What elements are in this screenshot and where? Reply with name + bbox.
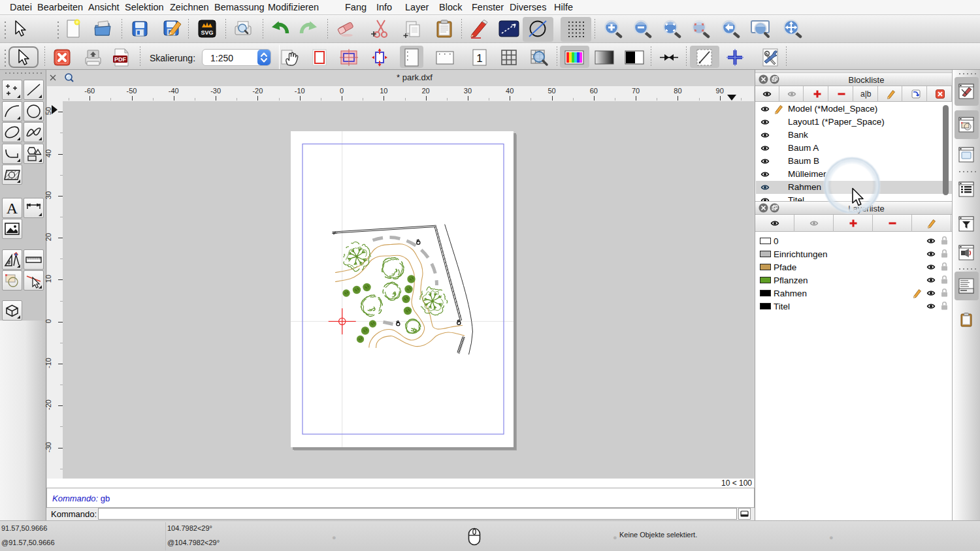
svg-text:PDF: PDF [114,56,127,63]
svg-text:1: 1 [476,52,482,65]
svg-text:SVG: SVG [201,29,213,36]
svg-text:A: A [7,200,18,217]
